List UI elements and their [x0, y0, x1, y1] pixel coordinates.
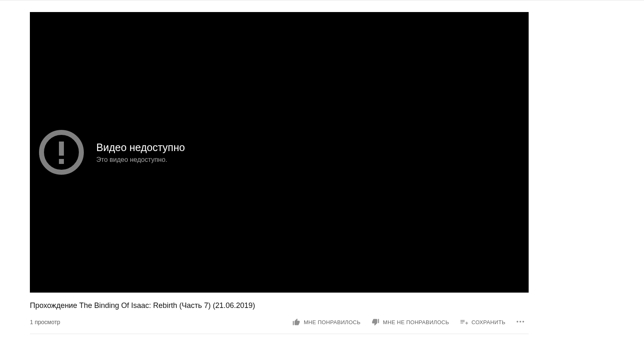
svg-point-5 [522, 321, 524, 322]
page-root: Видео недоступно Это видео недоступно. П… [0, 0, 644, 359]
video-player[interactable]: Видео недоступно Это видео недоступно. [30, 12, 529, 293]
video-title: Прохождение The Binding Of Isaac: Rebirt… [30, 301, 529, 310]
svg-rect-1 [59, 142, 64, 156]
action-bar: МНЕ ПОНРАВИЛОСЬ МНЕ НЕ ПОНРАВИЛОСЬ [288, 315, 529, 330]
like-button[interactable]: МНЕ ПОНРАВИЛОСЬ [288, 315, 365, 329]
like-label: МНЕ ПОНРАВИЛОСЬ [304, 319, 361, 325]
svg-point-4 [520, 321, 521, 322]
below-player: Прохождение The Binding Of Isaac: Rebirt… [30, 293, 529, 334]
more-horizontal-icon [515, 317, 525, 328]
view-count: 1 просмотр [30, 319, 60, 325]
dislike-label: МНЕ НЕ ПОНРАВИЛОСЬ [383, 319, 449, 325]
unavailable-title: Видео недоступно [96, 141, 185, 154]
unavailable-subtitle: Это видео недоступно. [96, 156, 185, 164]
content-column: Видео недоступно Это видео недоступно. П… [30, 0, 529, 334]
save-label: СОХРАНИТЬ [471, 319, 505, 325]
unavailable-overlay: Видео недоступно Это видео недоступно. [38, 129, 185, 176]
playlist-add-icon [460, 318, 468, 326]
svg-rect-2 [59, 159, 64, 164]
thumb-up-icon [292, 318, 300, 326]
exclamation-icon [38, 129, 85, 176]
dislike-button[interactable]: МНЕ НЕ ПОНРАВИЛОСЬ [367, 315, 453, 329]
svg-point-3 [517, 321, 518, 322]
unavailable-text-block: Видео недоступно Это видео недоступно. [96, 141, 185, 164]
save-button[interactable]: СОХРАНИТЬ [456, 315, 510, 329]
thumb-down-icon [371, 318, 380, 326]
meta-row: 1 просмотр МНЕ ПОНРАВИЛОСЬ [30, 315, 529, 334]
more-actions-button[interactable] [512, 315, 529, 330]
